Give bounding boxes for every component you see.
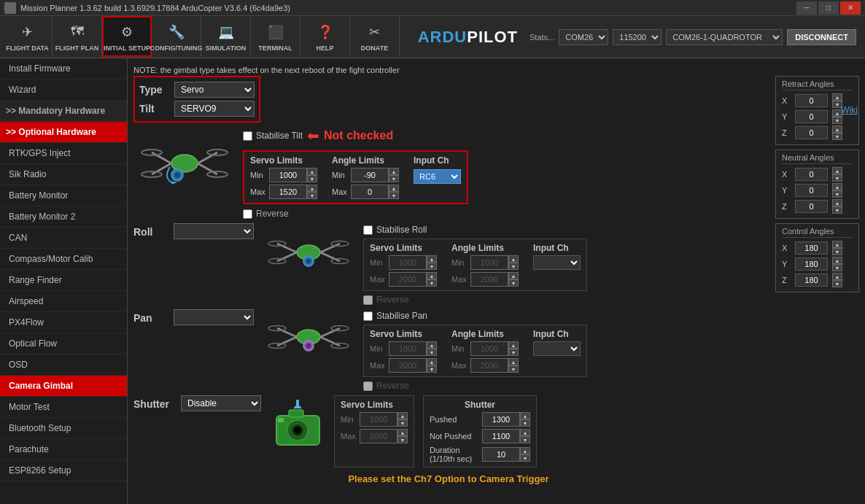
sidebar-item-px4flow[interactable]: PX4Flow [0, 312, 127, 333]
wiki-link[interactable]: Wiki [841, 105, 858, 115]
maximize-button[interactable]: □ [818, 1, 839, 15]
stabilise-roll-label[interactable]: Stabilise Roll [376, 225, 427, 235]
servo-max-input[interactable] [269, 185, 307, 199]
stabilise-tilt-checkbox[interactable] [243, 131, 252, 141]
help-button[interactable]: ❓ HELP [300, 16, 350, 57]
roll-servo-min-up[interactable]: ▲ [427, 255, 437, 263]
sidebar-item-bluetooth[interactable]: Bluetooth Setup [0, 418, 127, 439]
shutter-pushed-up[interactable]: ▲ [520, 412, 530, 419]
pan-angle-max-down[interactable]: ▼ [508, 365, 519, 373]
flight-data-button[interactable]: ✈ FLIGHT DATA [3, 16, 53, 57]
pan-angle-min-up[interactable]: ▲ [508, 341, 519, 349]
neutral-y-up[interactable]: ▲ [832, 183, 842, 190]
control-z-input[interactable] [795, 274, 828, 287]
shutter-duration-down[interactable]: ▼ [520, 454, 530, 462]
stabilise-pan-label[interactable]: Stabilise Pan [376, 311, 427, 321]
shutter-not-pushed-input[interactable] [482, 429, 520, 443]
shutter-pushed-down[interactable]: ▼ [520, 419, 530, 427]
roll-servo-max-down[interactable]: ▼ [427, 279, 437, 287]
sidebar-item-airspeed[interactable]: Airspeed [0, 291, 127, 312]
baud-rate-select[interactable]: 115200 [613, 29, 662, 45]
neutral-z-input[interactable] [795, 200, 828, 213]
config-tuning-button[interactable]: 🔧 CONFIG/TUNING [152, 16, 201, 57]
stats-label[interactable]: Stats... [530, 33, 554, 42]
control-x-up[interactable]: ▲ [832, 241, 842, 248]
roll-angle-min-input[interactable] [470, 255, 508, 270]
retract-z-up[interactable]: ▲ [832, 125, 842, 133]
minimize-button[interactable]: ─ [796, 1, 817, 15]
sidebar-item-rtk[interactable]: RTK/GPS Inject [0, 143, 127, 164]
pan-reverse-checkbox[interactable] [363, 381, 373, 391]
control-y-up[interactable]: ▲ [832, 257, 842, 264]
pan-servo-max-up[interactable]: ▲ [427, 358, 437, 365]
neutral-y-down[interactable]: ▼ [832, 190, 842, 198]
sidebar-section-mandatory[interactable]: Mandatory Hardware [0, 101, 127, 122]
disconnect-button[interactable]: DISCONNECT [787, 29, 856, 45]
control-z-up[interactable]: ▲ [832, 273, 842, 280]
shutter-servo-max-down[interactable]: ▼ [397, 436, 408, 443]
stabilise-tilt-label[interactable]: Stabilise Tilt [256, 131, 303, 141]
sidebar-item-wizard[interactable]: Wizard [0, 80, 127, 101]
retract-z-input[interactable] [795, 126, 828, 139]
servo-min-input[interactable] [269, 168, 307, 182]
com-port-select[interactable]: COM26 [559, 29, 608, 45]
pan-servo-min-up[interactable]: ▲ [427, 341, 437, 349]
terminal-button[interactable]: ⬛ TERMINAL [251, 16, 300, 57]
tilt-reverse-label[interactable]: Reverse [256, 209, 289, 219]
sidebar-item-install-firmware[interactable]: Install Firmware [0, 58, 127, 80]
shutter-duration-up[interactable]: ▲ [520, 447, 530, 454]
shutter-servo-max-input[interactable] [360, 429, 397, 443]
shutter-servo-min-up[interactable]: ▲ [397, 412, 408, 419]
neutral-x-down[interactable]: ▼ [832, 174, 842, 182]
initial-setup-button[interactable]: ⚙ INITIAL SETUP [102, 16, 152, 57]
sidebar-item-battery-monitor-2[interactable]: Battery Monitor 2 [0, 206, 127, 228]
sidebar-item-osd[interactable]: OSD [0, 354, 127, 376]
sidebar-section-optional[interactable]: Optional Hardware [0, 122, 127, 143]
retract-y-input[interactable] [795, 110, 828, 123]
roll-dropdown[interactable]: SERVO9 [174, 223, 254, 239]
angle-min-down[interactable]: ▼ [389, 175, 399, 182]
roll-servo-max-input[interactable] [389, 272, 427, 287]
pan-servo-min-input[interactable] [389, 341, 427, 356]
shutter-servo-max-up[interactable]: ▲ [397, 429, 408, 436]
control-y-down[interactable]: ▼ [832, 264, 842, 271]
angle-max-up[interactable]: ▲ [389, 185, 399, 192]
control-x-input[interactable] [795, 241, 828, 255]
sidebar-item-can[interactable]: CAN [0, 228, 127, 249]
servo-min-up[interactable]: ▲ [307, 168, 317, 175]
shutter-pushed-input[interactable] [482, 412, 520, 427]
neutral-x-input[interactable] [795, 168, 828, 181]
angle-min-up[interactable]: ▲ [389, 168, 399, 175]
control-x-down[interactable]: ▼ [832, 248, 842, 255]
sidebar-item-camera-gimbal[interactable]: Camera Gimbal [0, 376, 127, 397]
retract-x-input[interactable] [795, 94, 828, 107]
retract-y-down[interactable]: ▼ [832, 117, 842, 124]
donate-button[interactable]: ✂ DONATE [350, 16, 400, 57]
roll-input-ch-select[interactable] [533, 255, 581, 270]
pan-angle-max-input[interactable] [470, 358, 508, 373]
stabilise-pan-checkbox[interactable] [363, 311, 373, 321]
input-ch-select[interactable]: RC6 RC1RC2RC3 RC4RC5 [414, 169, 461, 184]
pan-angle-min-input[interactable] [470, 341, 508, 356]
roll-angle-max-up[interactable]: ▲ [508, 272, 519, 279]
pan-servo-min-down[interactable]: ▼ [427, 349, 437, 356]
neutral-z-down[interactable]: ▼ [832, 206, 842, 214]
sidebar-item-motor-test[interactable]: Motor Test [0, 397, 127, 418]
pan-dropdown[interactable]: SERVO9 [174, 309, 254, 325]
servo-max-down[interactable]: ▼ [307, 192, 317, 199]
pan-servo-max-input[interactable] [389, 358, 427, 373]
pan-servo-max-down[interactable]: ▼ [427, 365, 437, 373]
pan-input-ch-select[interactable] [533, 341, 581, 356]
simulation-button[interactable]: 💻 SIMULATION [201, 16, 251, 57]
roll-angle-max-down[interactable]: ▼ [508, 279, 519, 287]
sidebar-item-compass[interactable]: Compass/Motor Calib [0, 249, 127, 270]
shutter-servo-min-down[interactable]: ▼ [397, 419, 408, 427]
shutter-not-pushed-down[interactable]: ▼ [520, 436, 530, 443]
shutter-dropdown[interactable]: Disable Servo Relay [181, 395, 261, 411]
sidebar-item-range-finder[interactable]: Range Finder [0, 270, 127, 291]
roll-angle-min-up[interactable]: ▲ [508, 255, 519, 263]
angle-max-input[interactable] [351, 185, 389, 199]
retract-z-down[interactable]: ▼ [832, 133, 842, 140]
retract-x-up[interactable]: ▲ [832, 93, 842, 101]
shutter-servo-min-input[interactable] [360, 412, 397, 427]
